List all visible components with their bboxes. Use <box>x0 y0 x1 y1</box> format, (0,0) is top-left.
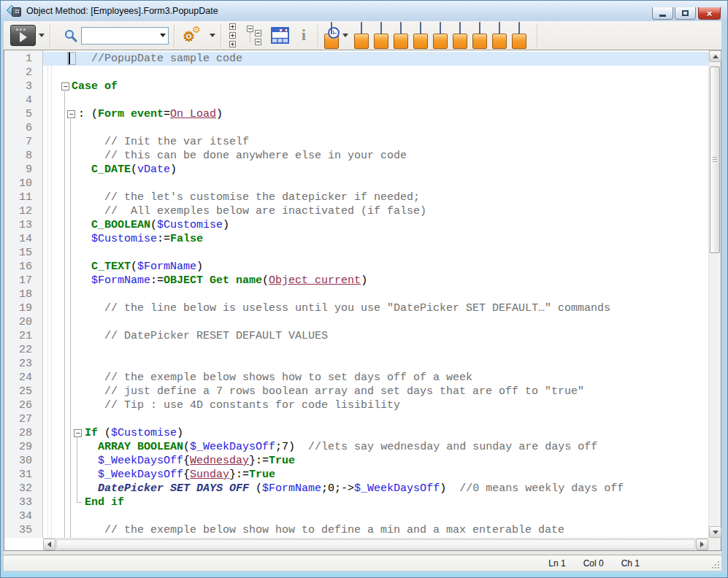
clipboard-clip <box>380 22 382 34</box>
code-line[interactable]: DatePicker SET DAYS OFF ($FormName;0;->$… <box>43 482 708 496</box>
code-line[interactable]: // just define a 7 rows boolean array an… <box>43 385 708 398</box>
clipboard-icon <box>492 34 507 49</box>
vertical-scroll-thumb[interactable] <box>710 66 720 253</box>
clipboard-icon <box>413 34 428 49</box>
status-column: Col 0 <box>583 558 604 569</box>
clipboard-4-button[interactable] <box>413 23 428 49</box>
info-icon: i <box>297 28 310 43</box>
arrow-right-icon <box>700 542 704 547</box>
code-line[interactable]: // the let's customise the datepicker if… <box>43 190 708 204</box>
clipboard-8-button[interactable] <box>492 23 507 49</box>
clipboard-5-button[interactable] <box>433 23 448 49</box>
clipboard-history-button[interactable] <box>324 23 339 49</box>
clipboard-9-button[interactable] <box>512 23 526 49</box>
code-line[interactable] <box>43 315 708 329</box>
code-line[interactable]: //PopupDate sample code <box>43 52 708 66</box>
code-line[interactable]: // the line below is useless until you u… <box>43 301 708 315</box>
clipboard-1-button[interactable] <box>354 23 369 49</box>
execute-method-button[interactable] <box>10 25 36 46</box>
clock-icon <box>328 27 340 39</box>
expand-all-button[interactable]: + + + <box>227 22 238 49</box>
code-line[interactable] <box>43 246 708 260</box>
code-line[interactable]: Case of <box>43 80 708 93</box>
code-line[interactable]: C_DATE(vDate) <box>43 163 708 177</box>
clipboard-7-button[interactable] <box>472 23 487 49</box>
scroll-up-button[interactable] <box>709 50 721 62</box>
method-info-button[interactable]: i <box>295 26 313 45</box>
macros-button[interactable]: ⚙ ⚙ <box>180 23 207 48</box>
window-title: Object Method: [Employees].Form3.PopupDa… <box>26 6 218 16</box>
code-line[interactable] <box>43 288 708 301</box>
resize-grip[interactable] <box>710 560 719 569</box>
clipboard-clip <box>331 22 332 34</box>
code-line[interactable] <box>43 93 708 107</box>
clipboard-clip <box>400 22 402 34</box>
code-line[interactable]: // DatePicker RESET DEFAULT VALUES <box>43 329 708 343</box>
code-line[interactable]: // this can be done anywhere else in you… <box>43 149 708 163</box>
search-combobox[interactable] <box>81 27 169 45</box>
code-line[interactable]: C_TEXT($FormName) <box>43 260 708 274</box>
code-line[interactable]: $FormName:=OBJECT Get name(Object curren… <box>43 274 708 288</box>
code-line[interactable]: // All exemples below are inactivated (i… <box>43 204 708 218</box>
code-line[interactable]: : (Form event=On Load) <box>43 107 708 121</box>
code-line[interactable] <box>43 121 708 135</box>
code-line[interactable]: End if <box>43 496 708 509</box>
fold-toggle[interactable]: − <box>61 82 69 90</box>
clipboard-3-button[interactable] <box>394 23 408 49</box>
thumb-grip <box>713 157 717 163</box>
search-dropdown-button[interactable] <box>157 28 168 44</box>
scroll-right-button[interactable] <box>696 539 708 550</box>
code-line[interactable]: $Customise:=False <box>43 232 708 246</box>
code-line[interactable] <box>43 509 708 523</box>
code-line[interactable] <box>43 357 708 371</box>
code-line[interactable]: // the exemple below show how to define … <box>43 523 708 537</box>
form-preview-button[interactable] <box>265 26 295 45</box>
clipboard-icon <box>394 34 408 49</box>
clipboard-clip <box>479 22 480 34</box>
clipboard-6-button[interactable] <box>453 23 467 49</box>
status-char: Ch 1 <box>621 558 640 569</box>
code-viewport[interactable]: 1234567891011121314151617181920212223242… <box>4 50 708 538</box>
code-line[interactable] <box>43 343 708 357</box>
horizontal-scroll-thumb[interactable] <box>56 539 695 550</box>
code-line[interactable]: // Tip : use 4D constants for code lisib… <box>43 398 708 412</box>
execute-dropdown-arrow[interactable] <box>39 34 45 37</box>
macros-dropdown-arrow[interactable] <box>210 34 215 37</box>
method-editor-window: Object Method: [Employees].Form3.PopupDa… <box>0 0 728 578</box>
separator <box>537 24 538 47</box>
code-line[interactable]: // the exemple below shows how to set da… <box>43 371 708 385</box>
scroll-down-button[interactable] <box>709 526 721 538</box>
minimize-icon <box>659 15 666 17</box>
toolbar: ⚙ ⚙ + + + − <box>4 21 721 50</box>
code-lines[interactable]: //PopupDate sample codeCase of− : (Form … <box>4 50 708 538</box>
code-line[interactable]: C_BOOLEAN($Customise) <box>43 218 708 232</box>
code-line[interactable] <box>43 412 708 426</box>
minimize-button[interactable] <box>652 7 673 20</box>
code-line[interactable]: If ($Customise) <box>43 426 708 440</box>
collapse-all-button[interactable]: − − − <box>238 24 265 47</box>
code-line[interactable] <box>43 66 708 80</box>
scroll-left-button[interactable] <box>43 539 55 550</box>
clipboard-2-button[interactable] <box>374 23 388 49</box>
horizontal-scrollbar[interactable] <box>43 538 708 550</box>
close-button[interactable]: × <box>698 7 721 20</box>
code-line[interactable]: $_WeekDaysOff{Sunday}:=True <box>43 468 708 482</box>
separator <box>50 24 51 47</box>
code-line[interactable]: ARRAY BOOLEAN($_WeekDaysOff;7) //lets sa… <box>43 440 708 454</box>
clipboard-icon <box>453 34 467 49</box>
search-input[interactable] <box>82 29 157 42</box>
code-line[interactable]: $_WeekDaysOff{Wednesday}:=True <box>43 454 708 468</box>
play-icon <box>20 32 27 42</box>
fold-toggle[interactable]: − <box>74 429 82 437</box>
separator <box>221 24 222 47</box>
code-line[interactable]: // Init the var itself <box>43 135 708 149</box>
clipboard-history-dropdown-arrow[interactable] <box>342 34 348 37</box>
vertical-scrollbar[interactable] <box>708 50 721 538</box>
clipboard-clip <box>440 22 441 34</box>
fold-toggle[interactable]: − <box>67 110 75 118</box>
maximize-button[interactable] <box>675 7 696 20</box>
title-bar[interactable]: Object Method: [Employees].Form3.PopupDa… <box>1 1 727 21</box>
status-line: Ln 1 <box>548 558 565 569</box>
form-icon <box>271 27 289 44</box>
code-line[interactable] <box>43 177 708 190</box>
